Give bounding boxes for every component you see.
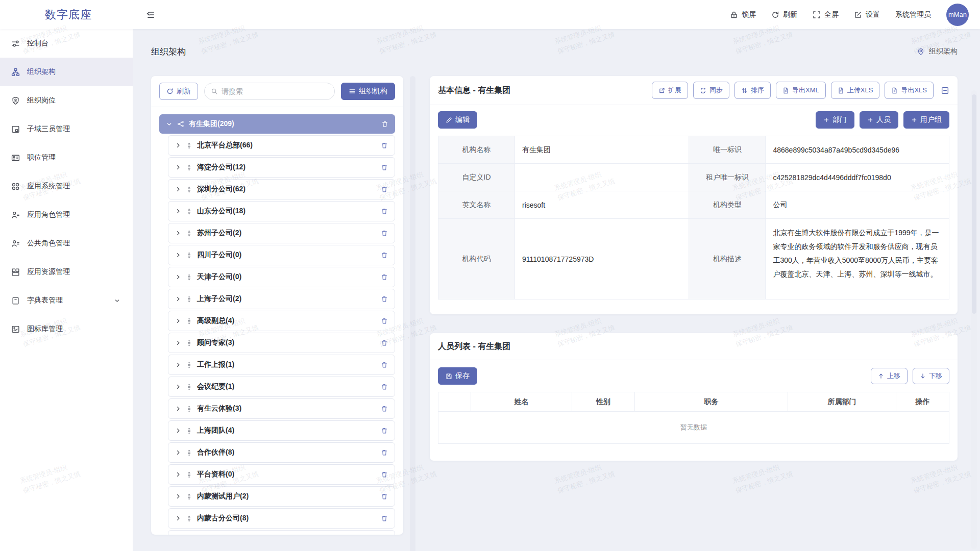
chevron-right-icon[interactable] (175, 318, 181, 324)
tree-node[interactable]: 平台资料(0) (168, 464, 395, 485)
collapse-sidebar-icon[interactable] (146, 10, 155, 19)
tree-refresh-button[interactable]: 刷新 (159, 83, 198, 100)
edit-button[interactable]: 编辑 (438, 111, 477, 129)
tree-search[interactable] (204, 83, 335, 100)
chevron-right-icon[interactable] (175, 406, 181, 412)
drag-handle-icon[interactable] (186, 384, 192, 390)
delete-icon[interactable] (381, 493, 388, 500)
current-user[interactable]: 系统管理员 (895, 10, 931, 19)
drag-handle-icon[interactable] (186, 252, 192, 259)
delete-icon[interactable] (381, 273, 388, 281)
upload-xls-button[interactable]: 上传XLS (831, 82, 880, 99)
drag-handle-icon[interactable] (186, 318, 192, 324)
chevron-right-icon[interactable] (175, 493, 181, 499)
chevron-right-icon[interactable] (175, 296, 181, 302)
move-down-button[interactable]: 下移 (913, 368, 949, 384)
refresh-button[interactable]: 刷新 (771, 10, 797, 19)
chevron-right-icon[interactable] (175, 274, 181, 280)
sort-button[interactable]: 排序 (734, 82, 771, 99)
chevron-right-icon[interactable] (175, 384, 181, 390)
panel-splitter[interactable] (410, 76, 415, 551)
delete-icon[interactable] (381, 383, 388, 390)
delete-icon[interactable] (381, 120, 388, 128)
drag-handle-icon[interactable] (186, 340, 192, 346)
fullscreen-button[interactable]: 全屏 (813, 10, 839, 19)
tree-node[interactable]: 会议纪要(1) (168, 377, 395, 397)
drag-handle-icon[interactable] (186, 296, 192, 303)
chevron-down-icon[interactable] (114, 297, 120, 304)
tree-node[interactable]: 上海子公司(2) (168, 289, 395, 309)
sidebar-item-dictionary-mgmt[interactable]: 字典表管理 (0, 286, 133, 315)
delete-icon[interactable] (381, 230, 388, 237)
drag-handle-icon[interactable] (186, 164, 192, 171)
delete-icon[interactable] (381, 164, 388, 171)
sidebar-item-console[interactable]: 控制台 (0, 29, 133, 58)
chevron-right-icon[interactable] (175, 340, 181, 346)
sidebar-item-icon-library[interactable]: 图标库管理 (0, 315, 133, 343)
chevron-right-icon[interactable] (175, 164, 181, 170)
tree-node[interactable]: 内蒙古分公司(8) (168, 508, 395, 529)
delete-icon[interactable] (381, 339, 388, 346)
expand-button[interactable]: 扩展 (652, 82, 688, 99)
tree-node[interactable]: 内蒙测试用户(2) (168, 486, 395, 507)
drag-handle-icon[interactable] (186, 449, 192, 456)
add-person-button[interactable]: 人员 (860, 111, 898, 129)
chevron-right-icon[interactable] (175, 471, 181, 478)
avatar[interactable]: mMan (946, 4, 969, 26)
chevron-right-icon[interactable] (175, 515, 181, 521)
delete-icon[interactable] (381, 142, 388, 149)
tree-node[interactable]: 天津子公司(0) (168, 267, 395, 287)
tree-node[interactable]: 海淀分公司(12) (168, 157, 395, 178)
chevron-right-icon[interactable] (175, 252, 181, 258)
org-structure-button[interactable]: 组织机构 (341, 83, 395, 100)
tree-node[interactable]: 有生云体验(3) (168, 398, 395, 419)
tree-node[interactable]: 深圳分公司(62) (168, 179, 395, 199)
drag-handle-icon[interactable] (186, 142, 192, 149)
delete-icon[interactable] (381, 449, 388, 456)
tree-node[interactable]: 高级副总(4) (168, 311, 395, 331)
tree-node[interactable]: 合作伙伴(8) (168, 442, 395, 463)
delete-icon[interactable] (381, 427, 388, 434)
sidebar-item-position-mgmt[interactable]: 职位管理 (0, 143, 133, 172)
tree-node[interactable]: 顾问专家(3) (168, 333, 395, 353)
chevron-right-icon[interactable] (175, 230, 181, 236)
delete-icon[interactable] (381, 186, 388, 193)
delete-icon[interactable] (381, 295, 388, 303)
export-xls-button[interactable]: 导出XLS (885, 82, 934, 99)
drag-handle-icon[interactable] (186, 208, 192, 215)
drag-handle-icon[interactable] (186, 406, 192, 412)
drag-handle-icon[interactable] (186, 274, 192, 281)
drag-handle-icon[interactable] (186, 186, 192, 193)
delete-icon[interactable] (381, 361, 388, 368)
tree-node[interactable]: 北京平台总部(66) (168, 135, 395, 156)
drag-handle-icon[interactable] (186, 515, 192, 522)
sidebar-item-org-structure[interactable]: 组织架构 (0, 58, 133, 86)
scrollbar-thumb[interactable] (972, 94, 976, 314)
chevron-down-icon[interactable] (166, 121, 173, 128)
sidebar-item-app-resource-mgmt[interactable]: 应用资源管理 (0, 258, 133, 286)
tree-search-input[interactable] (222, 87, 328, 95)
drag-handle-icon[interactable] (186, 471, 192, 478)
drag-handle-icon[interactable] (186, 362, 192, 368)
sidebar-item-org-post[interactable]: 组织岗位 (0, 86, 133, 115)
move-up-button[interactable]: 上移 (871, 368, 908, 384)
chevron-right-icon[interactable] (175, 208, 181, 214)
delete-icon[interactable] (381, 471, 388, 478)
collapse-panel-icon[interactable] (941, 86, 949, 95)
add-department-button[interactable]: 部门 (816, 111, 854, 129)
delete-icon[interactable] (381, 317, 388, 324)
sidebar-item-public-role-mgmt[interactable]: 公共角色管理 (0, 229, 133, 258)
lock-screen-button[interactable]: 锁屏 (730, 10, 756, 19)
tree-root-node[interactable]: 有生集团(209) (159, 114, 395, 134)
sidebar-item-app-system-mgmt[interactable]: 应用系统管理 (0, 172, 133, 201)
tree-node[interactable]: 上海团队(4) (168, 420, 395, 441)
delete-icon[interactable] (381, 208, 388, 215)
delete-icon[interactable] (381, 252, 388, 259)
sidebar-item-subdomain-admins[interactable]: 子域三员管理 (0, 115, 133, 143)
delete-icon[interactable] (381, 515, 388, 522)
tree-node[interactable]: 苏州子公司(2) (168, 223, 395, 243)
chevron-right-icon[interactable] (175, 428, 181, 434)
tree-node[interactable]: 山东分公司(18) (168, 201, 395, 221)
drag-handle-icon[interactable] (186, 493, 192, 500)
drag-handle-icon[interactable] (186, 428, 192, 434)
